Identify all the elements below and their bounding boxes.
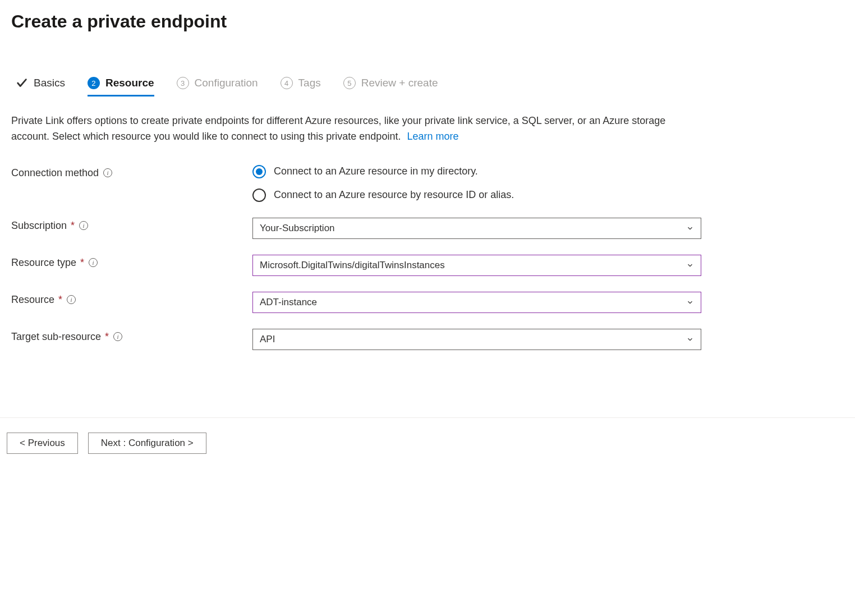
radio-connect-resource-id[interactable]: Connect to an Azure resource by resource… (252, 189, 701, 202)
tab-label: Tags (298, 77, 321, 89)
required-asterisk: * (105, 331, 109, 342)
tab-label: Resource (105, 77, 154, 89)
tab-basics[interactable]: Basics (16, 77, 65, 96)
tab-configuration[interactable]: 3 Configuration (177, 77, 258, 96)
wizard-tabs: Basics 2 Resource 3 Configuration 4 Tags… (11, 77, 844, 96)
step-badge: 2 (88, 77, 100, 89)
tab-label: Configuration (195, 77, 258, 89)
required-asterisk: * (58, 294, 62, 305)
step-badge: 4 (281, 77, 293, 89)
chevron-down-icon (686, 298, 694, 306)
description-text: Private Link offers options to create pr… (11, 113, 690, 145)
field-subscription: Subscription * i Your-Subscription (11, 218, 844, 239)
footer-actions: < Previous Next : Configuration > (7, 418, 844, 465)
tab-tags[interactable]: 4 Tags (281, 77, 321, 96)
step-badge: 5 (343, 77, 356, 89)
subscription-dropdown[interactable]: Your-Subscription (252, 218, 701, 239)
chevron-down-icon (686, 335, 694, 343)
previous-button[interactable]: < Previous (7, 433, 78, 454)
tab-resource[interactable]: 2 Resource (88, 77, 154, 96)
info-icon[interactable]: i (89, 258, 98, 267)
label-resource: Resource * i (11, 292, 252, 306)
label-resource-type: Resource type * i (11, 255, 252, 269)
radio-dot-icon (252, 165, 266, 178)
field-resource-type: Resource type * i Microsoft.DigitalTwins… (11, 255, 844, 276)
page-title: Create a private endpoint (11, 11, 844, 32)
required-asterisk: * (80, 257, 84, 268)
chevron-down-icon (686, 261, 694, 269)
label-subscription: Subscription * i (11, 218, 252, 232)
step-badge: 3 (177, 77, 189, 89)
label-connection-method: Connection method i (11, 165, 252, 179)
required-asterisk: * (71, 220, 75, 231)
target-sub-resource-dropdown[interactable]: API (252, 329, 701, 350)
next-button[interactable]: Next : Configuration > (88, 433, 206, 454)
resource-dropdown[interactable]: ADT-instance (252, 292, 701, 313)
info-icon[interactable]: i (103, 168, 112, 177)
field-resource: Resource * i ADT-instance (11, 292, 844, 313)
radio-connect-directory[interactable]: Connect to an Azure resource in my direc… (252, 165, 701, 178)
info-icon[interactable]: i (79, 221, 88, 230)
chevron-down-icon (686, 224, 694, 232)
tab-label: Review + create (361, 77, 438, 89)
field-target-sub-resource: Target sub-resource * i API (11, 329, 844, 350)
check-icon (16, 77, 28, 89)
info-icon[interactable]: i (67, 295, 76, 304)
learn-more-link[interactable]: Learn more (407, 131, 458, 142)
radio-dot-icon (252, 189, 266, 202)
tab-review-create[interactable]: 5 Review + create (343, 77, 438, 96)
tab-label: Basics (34, 77, 65, 89)
info-icon[interactable]: i (113, 332, 122, 341)
resource-type-dropdown[interactable]: Microsoft.DigitalTwins/digitalTwinsInsta… (252, 255, 701, 276)
label-target-sub-resource: Target sub-resource * i (11, 329, 252, 343)
connection-method-radio-group: Connect to an Azure resource in my direc… (252, 165, 701, 202)
field-connection-method: Connection method i Connect to an Azure … (11, 165, 844, 202)
